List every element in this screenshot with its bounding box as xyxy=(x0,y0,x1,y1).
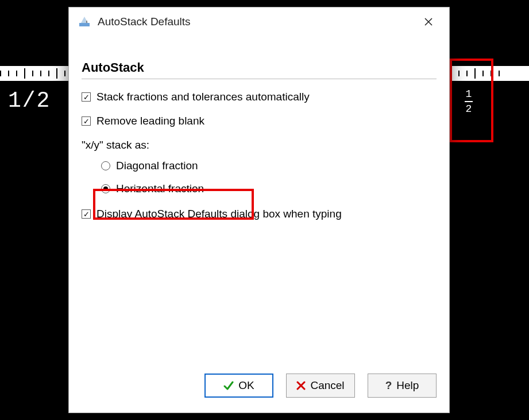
x-icon xyxy=(296,381,306,390)
help-button[interactable]: ? Help xyxy=(368,374,437,398)
stacked-fraction-preview: 1 2 xyxy=(465,89,473,114)
cancel-button[interactable]: Cancel xyxy=(286,374,355,398)
drawing-text-fraction: 1/2 xyxy=(8,88,51,113)
svg-rect-0 xyxy=(79,23,90,26)
question-icon: ? xyxy=(385,379,392,392)
titlebar[interactable]: AutoStack Defaults xyxy=(69,7,449,36)
label-stack-as: "x/y" stack as: xyxy=(82,139,149,151)
section-title: AutoStack xyxy=(82,60,437,79)
label-display-dialog: Display AutoStack Defaults dialog box wh… xyxy=(96,208,342,220)
dialog-title: AutoStack Defaults xyxy=(98,15,191,28)
button-bar: OK Cancel ? Help xyxy=(69,374,449,413)
cancel-label: Cancel xyxy=(310,379,344,392)
svg-rect-2 xyxy=(86,21,87,23)
checkbox-display-dialog[interactable]: ✓ xyxy=(82,209,91,219)
autostack-defaults-dialog: AutoStack Defaults AutoStack ✓ Stack fra… xyxy=(68,7,450,413)
app-icon xyxy=(77,14,92,29)
close-button[interactable] xyxy=(416,9,441,34)
radio-diagonal[interactable] xyxy=(101,161,110,170)
radio-horizontal[interactable] xyxy=(101,184,110,193)
help-label: Help xyxy=(396,379,419,392)
label-horizontal: Horizontal fraction xyxy=(116,182,204,195)
preview-numerator: 1 xyxy=(465,89,473,99)
preview-fraction-bar xyxy=(465,101,473,102)
checkbox-stack-auto[interactable]: ✓ xyxy=(82,92,91,102)
label-stack-auto: Stack fractions and tolerances automatic… xyxy=(96,91,310,103)
check-icon xyxy=(223,380,234,391)
ok-button[interactable]: OK xyxy=(204,374,273,398)
ok-label: OK xyxy=(238,379,254,392)
preview-denominator: 2 xyxy=(465,104,473,114)
label-remove-blank: Remove leading blank xyxy=(96,115,204,127)
label-diagonal: Diagonal fraction xyxy=(116,160,198,172)
checkbox-remove-blank[interactable]: ✓ xyxy=(82,116,91,126)
close-icon xyxy=(424,17,433,26)
